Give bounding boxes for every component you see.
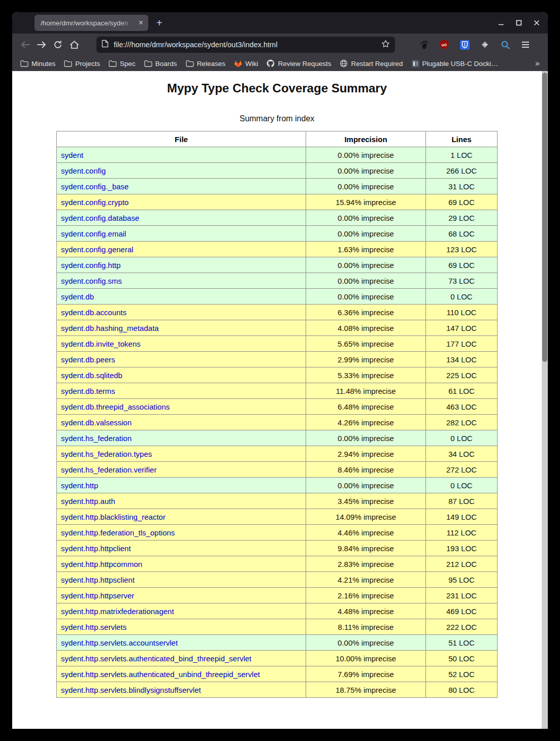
- lines-cell: 282 LOC: [426, 415, 498, 430]
- file-link[interactable]: sydent.db: [61, 292, 94, 301]
- bookmark-item[interactable]: Review Requests: [267, 59, 331, 68]
- file-link[interactable]: sydent.http.httpserver: [61, 591, 134, 600]
- file-link[interactable]: sydent.http.servlets.authenticated_unbin…: [61, 670, 260, 679]
- table-row: sydent.config._base0.00% imprecise31 LOC: [57, 179, 498, 194]
- bookmark-item[interactable]: Spec: [109, 60, 136, 68]
- file-cell: sydent.http.matrixfederationagent: [57, 603, 306, 619]
- file-link[interactable]: sydent.http.httpclient: [61, 544, 131, 553]
- scrollbar-thumb[interactable]: [542, 73, 547, 362]
- lines-cell: 50 LOC: [426, 651, 498, 666]
- home-icon[interactable]: [66, 37, 82, 53]
- table-row: sydent.config.general1.63% imprecise123 …: [57, 242, 498, 257]
- file-link[interactable]: sydent.http.auth: [61, 497, 115, 506]
- file-cell: sydent.config.sms: [57, 273, 306, 289]
- gray-extension-icon[interactable]: [478, 37, 491, 53]
- table-row: sydent.db.terms11.48% imprecise61 LOC: [57, 383, 498, 399]
- bookmark-item[interactable]: Plugable USB-C Docki…: [412, 60, 498, 68]
- file-link[interactable]: sydent.hs_federation.types: [61, 450, 152, 458]
- file-link[interactable]: sydent.config.http: [61, 261, 121, 270]
- bookmark-item[interactable]: Wiki: [234, 60, 258, 68]
- url-text[interactable]: file:///home/dmr/workspace/sydent/out3/i…: [114, 41, 381, 49]
- file-cell: sydent.hs_federation: [57, 430, 306, 446]
- file-cell: sydent.http: [57, 478, 306, 493]
- file-link[interactable]: sydent.http.matrixfederationagent: [61, 607, 174, 616]
- bookmark-item[interactable]: Releases: [186, 60, 225, 68]
- bookmark-item[interactable]: Boards: [144, 60, 177, 68]
- gnome-extension-icon[interactable]: [417, 37, 431, 53]
- lines-cell: 69 LOC: [426, 194, 498, 210]
- bookmark-item[interactable]: Restart Required: [340, 59, 403, 68]
- coverage-table-body: sydent0.00% imprecise1 LOCsydent.config0…: [57, 147, 498, 698]
- table-row: sydent0.00% imprecise1 LOC: [57, 147, 498, 163]
- file-link[interactable]: sydent.http.servlets: [61, 623, 126, 631]
- url-bar[interactable]: file:///home/dmr/workspace/sydent/out3/i…: [96, 37, 395, 53]
- file-link[interactable]: sydent.hs_federation.verifier: [61, 465, 156, 474]
- table-row: sydent.http.matrixfederationagent4.48% i…: [57, 603, 498, 619]
- maximize-button[interactable]: [516, 20, 522, 26]
- back-icon[interactable]: [17, 37, 34, 53]
- file-link[interactable]: sydent.db.peers: [61, 355, 115, 364]
- bookmark-item[interactable]: Minutes: [20, 60, 55, 68]
- file-link[interactable]: sydent.config._base: [61, 182, 128, 191]
- browser-window: /home/dmr/workspace/syden × +: [12, 12, 548, 729]
- file-link[interactable]: sydent: [61, 151, 83, 159]
- table-header-row: File Imprecision Lines: [57, 131, 498, 147]
- ublock-origin-icon[interactable]: uO: [438, 37, 451, 53]
- table-row: sydent.db.invite_tokens5.65% imprecise17…: [57, 336, 498, 352]
- file-link[interactable]: sydent.http.servlets.accountservlet: [61, 638, 178, 647]
- tab-close-icon[interactable]: ×: [138, 18, 144, 28]
- file-link[interactable]: sydent.db.threepid_associations: [61, 402, 170, 411]
- page-scrollbar[interactable]: [542, 71, 548, 729]
- folder-icon: [20, 60, 28, 67]
- file-link[interactable]: sydent.http.federation_tls_options: [61, 528, 175, 537]
- file-link[interactable]: sydent.config.crypto: [61, 198, 128, 207]
- bookmark-star-icon[interactable]: [381, 40, 390, 50]
- file-link[interactable]: sydent.db.invite_tokens: [61, 340, 141, 348]
- file-cell: sydent.db.threepid_associations: [57, 399, 306, 415]
- file-link[interactable]: sydent.config.email: [61, 229, 126, 238]
- bitwarden-icon[interactable]: [458, 37, 471, 53]
- bookmark-label: Review Requests: [278, 60, 331, 68]
- table-row: sydent.config.sms0.00% imprecise73 LOC: [57, 273, 498, 289]
- file-link[interactable]: sydent.db.terms: [61, 387, 115, 395]
- file-link[interactable]: sydent.http.blacklisting_reactor: [61, 513, 166, 521]
- forward-icon[interactable]: [34, 37, 50, 53]
- file-cell: sydent.db.valsession: [57, 415, 306, 430]
- lines-cell: 68 LOC: [426, 226, 498, 242]
- file-link[interactable]: sydent.config.database: [61, 214, 139, 222]
- bookmarks-bar: » MinutesProjectsSpecBoardsReleasesWikiR…: [12, 56, 548, 71]
- file-link[interactable]: sydent.db.hashing_metadata: [61, 324, 159, 332]
- new-tab-button[interactable]: +: [156, 18, 162, 28]
- bookmarks-overflow-chevron[interactable]: »: [535, 59, 540, 68]
- browser-tab[interactable]: /home/dmr/workspace/syden ×: [35, 15, 148, 31]
- table-row: sydent.http.servlets.authenticated_unbin…: [57, 666, 498, 682]
- file-link[interactable]: sydent.config.general: [61, 245, 134, 254]
- lines-cell: 134 LOC: [426, 352, 498, 367]
- file-link[interactable]: sydent.db.accounts: [61, 308, 126, 317]
- table-row: sydent.db.hashing_metadata4.08% imprecis…: [57, 320, 498, 336]
- file-link[interactable]: sydent.config: [61, 166, 106, 175]
- favicon-icon: [412, 60, 419, 68]
- file-link[interactable]: sydent.http.servlets.authenticated_bind_…: [61, 654, 251, 663]
- menu-hamburger-icon[interactable]: [519, 37, 532, 53]
- page-file-icon: [102, 40, 109, 50]
- search-icon[interactable]: [499, 37, 512, 53]
- file-cell: sydent.http.httpcommon: [57, 556, 306, 572]
- file-link[interactable]: sydent.config.sms: [61, 277, 122, 285]
- file-link[interactable]: sydent.db.sqlitedb: [61, 371, 122, 380]
- lines-cell: 95 LOC: [426, 572, 498, 588]
- file-link[interactable]: sydent.http.httpcommon: [61, 560, 142, 568]
- file-link[interactable]: sydent.hs_federation: [61, 434, 131, 443]
- file-link[interactable]: sydent.http.servlets.blindlysignstuffser…: [61, 686, 201, 694]
- minimize-button[interactable]: [498, 20, 504, 26]
- folder-icon: [109, 60, 117, 67]
- table-row: sydent.http.auth3.45% imprecise87 LOC: [57, 493, 498, 509]
- imprecision-cell: 5.33% imprecise: [306, 367, 426, 383]
- file-link[interactable]: sydent.http: [61, 481, 98, 490]
- file-link[interactable]: sydent.http.httpsclient: [61, 576, 135, 584]
- close-button[interactable]: [534, 20, 540, 26]
- imprecision-cell: 3.45% imprecise: [306, 493, 426, 509]
- file-link[interactable]: sydent.db.valsession: [61, 418, 131, 427]
- bookmark-item[interactable]: Projects: [64, 60, 100, 68]
- reload-icon[interactable]: [50, 37, 66, 53]
